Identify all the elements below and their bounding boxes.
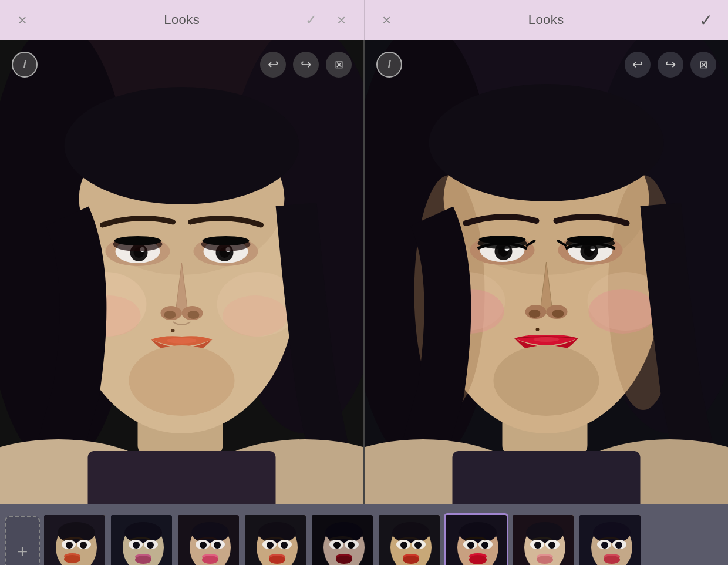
left-image-panel: i ↩ ↪ ⊠ <box>0 40 363 504</box>
svg-point-152 <box>615 542 622 549</box>
svg-point-118 <box>336 556 352 564</box>
look-preview-original <box>44 515 105 566</box>
svg-point-96 <box>200 542 207 549</box>
svg-point-125 <box>414 542 422 549</box>
left-image <box>0 40 363 504</box>
svg-point-78 <box>66 542 73 549</box>
look-thumb-candy <box>176 513 241 566</box>
left-close-button[interactable]: × <box>12 9 33 31</box>
svg-point-28 <box>188 311 200 319</box>
right-confirm-button[interactable]: ✓ <box>695 9 716 31</box>
svg-point-114 <box>333 542 341 549</box>
look-thumb-original <box>42 513 107 566</box>
look-preview-office-lady <box>245 515 306 566</box>
add-icon: + <box>17 541 28 563</box>
redo-button-left[interactable]: ↪ <box>293 52 319 78</box>
svg-point-31 <box>171 329 175 332</box>
svg-point-123 <box>400 542 407 549</box>
svg-point-127 <box>403 556 419 564</box>
look-preview-candy <box>178 515 239 566</box>
svg-point-91 <box>135 556 151 564</box>
svg-point-76 <box>58 522 95 543</box>
redo-button-right[interactable]: ↪ <box>658 52 683 78</box>
left-panel-right-icons: ↩ ↪ ⊠ <box>260 52 352 78</box>
svg-point-145 <box>537 556 553 564</box>
look-thumb-cool <box>109 513 174 566</box>
svg-point-10 <box>223 295 288 337</box>
svg-point-148 <box>593 522 631 543</box>
svg-point-132 <box>467 542 474 549</box>
left-top-bar: × Looks ✓ × <box>0 0 364 40</box>
look-item-bisque-doll[interactable]: Bisque Doll <box>511 513 575 566</box>
svg-point-139 <box>526 522 564 543</box>
svg-point-17 <box>114 236 161 245</box>
svg-point-94 <box>191 522 229 543</box>
look-thumb-bisque-doll <box>511 513 575 566</box>
svg-point-105 <box>267 542 274 549</box>
svg-point-62 <box>567 236 614 244</box>
svg-rect-73 <box>453 451 641 504</box>
svg-point-150 <box>601 542 608 549</box>
look-item-dating[interactable]: Dating <box>578 513 642 566</box>
look-item-cool[interactable]: Cool <box>109 513 174 566</box>
look-preview-rocker <box>312 515 373 566</box>
svg-point-32 <box>65 87 299 204</box>
svg-point-30 <box>129 345 235 416</box>
main-image-area: i ↩ ↪ ⊠ <box>0 40 728 504</box>
right-panel-title: Looks <box>528 12 564 28</box>
look-preview-chic <box>379 515 440 566</box>
right-top-bar: × Looks ✓ <box>365 0 729 40</box>
svg-point-85 <box>124 522 162 543</box>
svg-point-66 <box>552 310 564 318</box>
add-look-button[interactable]: + <box>5 516 40 565</box>
look-item-candy[interactable]: Candy <box>176 513 241 566</box>
crop-button-left[interactable]: ⊠ <box>326 52 352 78</box>
looks-strip: + Original <box>0 504 728 565</box>
svg-rect-35 <box>88 451 276 504</box>
look-preview-cool <box>111 515 172 566</box>
look-preview-dating <box>579 515 641 566</box>
svg-point-136 <box>469 555 487 564</box>
svg-point-100 <box>202 556 218 564</box>
svg-point-68 <box>494 345 599 416</box>
svg-point-134 <box>481 542 488 549</box>
svg-point-89 <box>147 542 154 549</box>
svg-point-27 <box>164 311 176 319</box>
look-thumb-40s <box>444 513 508 566</box>
svg-point-80 <box>80 542 87 549</box>
left-panel-title: Looks <box>164 12 200 28</box>
svg-point-82 <box>64 555 80 563</box>
info-button-left[interactable]: i <box>12 52 38 78</box>
top-bars: × Looks ✓ × × Looks ✓ <box>0 0 728 40</box>
svg-point-116 <box>348 542 355 549</box>
look-thumb-office-lady <box>243 513 308 566</box>
look-preview-40s <box>446 515 507 566</box>
svg-point-154 <box>604 556 620 564</box>
svg-point-130 <box>459 522 497 543</box>
look-item-rocker[interactable]: Rocker <box>310 513 375 566</box>
undo-button-right[interactable]: ↩ <box>625 52 651 78</box>
look-item-40s[interactable]: 40s <box>444 513 508 566</box>
right-close-button[interactable]: × <box>376 9 397 31</box>
right-face-svg <box>365 40 728 504</box>
info-button-right[interactable]: i <box>376 52 402 78</box>
look-item-chic[interactable]: Chic <box>377 513 441 566</box>
look-thumb-dating <box>578 513 642 566</box>
left-confirm-button[interactable]: ✓ <box>301 9 322 31</box>
svg-point-55 <box>479 236 526 244</box>
look-item-office-lady[interactable]: Office Lady <box>243 513 308 566</box>
right-image <box>365 40 728 504</box>
look-item-original[interactable]: Original <box>42 513 107 566</box>
look-thumb-chic <box>377 513 441 566</box>
crop-button-right[interactable]: ⊠ <box>690 52 716 78</box>
svg-point-67 <box>534 337 560 342</box>
right-panel-icons: i <box>376 52 402 78</box>
svg-point-121 <box>392 522 430 543</box>
look-preview-bisque-doll <box>513 515 574 566</box>
undo-button-left[interactable]: ↩ <box>260 52 286 78</box>
svg-point-48 <box>589 289 657 334</box>
right-panel-right-icons: ↩ ↪ ⊠ <box>625 52 716 78</box>
left-close-button-right[interactable]: × <box>331 9 352 31</box>
left-panel-icons: i <box>12 52 38 78</box>
svg-point-65 <box>529 310 541 318</box>
